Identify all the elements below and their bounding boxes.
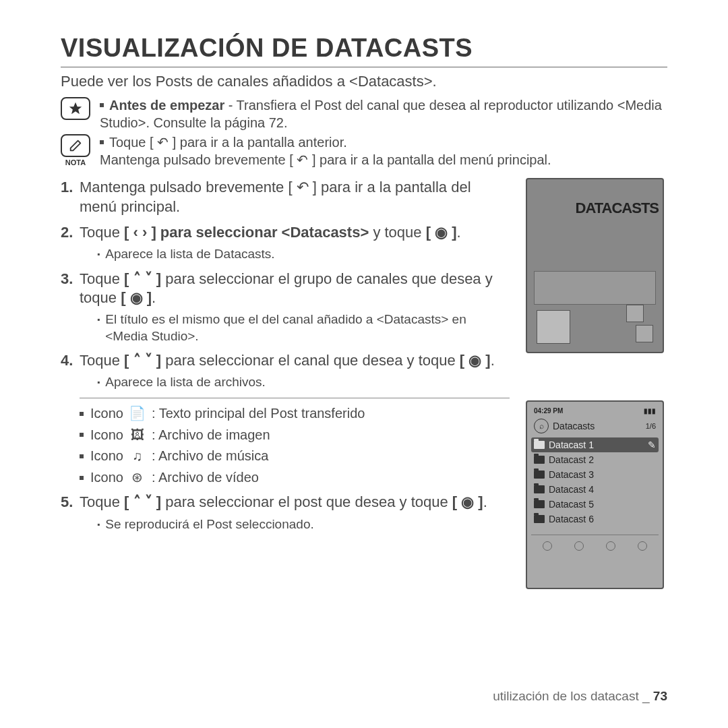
folder-icon bbox=[534, 471, 545, 479]
intro-text: Puede ver los Posts de canales añadidos … bbox=[61, 73, 667, 90]
battery-icon: ▮▮▮ bbox=[644, 407, 656, 415]
note2b: Mantenga pulsado brevemente [ ↶ ] para i… bbox=[100, 152, 551, 169]
folder-icon bbox=[534, 485, 545, 493]
list-item: Datacast 6 bbox=[531, 512, 659, 526]
folder-icon bbox=[534, 456, 545, 464]
note2a: Toque [ ↶ ] para ir a la pantalla anteri… bbox=[109, 135, 347, 150]
step-4: Toque [ ˄ ˅ ] para seleccionar el canal … bbox=[61, 351, 510, 486]
folder-icon bbox=[534, 515, 545, 523]
before-start-note: Antes de empezar - Transfiera el Post de… bbox=[61, 97, 667, 131]
step-5-sub: Se reproducirá el Post seleccionado. bbox=[97, 516, 510, 533]
step-4-sub: Aparece la lista de archivos. bbox=[97, 374, 510, 391]
folder-icon bbox=[534, 500, 545, 508]
device-banner: DATACASTS bbox=[576, 200, 659, 217]
step-3: Toque [ ˄ ˅ ] para seleccionar el grupo … bbox=[61, 270, 510, 345]
image-file-icon: 🖼 bbox=[129, 427, 146, 444]
list-item: Datacast 4 bbox=[531, 482, 659, 497]
ok-icon: [ ◉ ] bbox=[121, 289, 152, 306]
video-file-icon: ⊛ bbox=[129, 469, 146, 487]
svg-marker-0 bbox=[69, 102, 82, 114]
leftright-icon: [ ‹ › ] bbox=[124, 224, 156, 241]
tool-icon: ✎ bbox=[648, 439, 656, 450]
page-footer: utilización de los datacast _ 73 bbox=[493, 689, 667, 704]
music-file-icon: ♫ bbox=[129, 448, 146, 465]
list-item: Datacast 1✎ bbox=[531, 437, 659, 452]
updown-icon: [ ˄ ˅ ] bbox=[124, 352, 161, 369]
page-title: VISUALIZACIÓN DE DATACASTS bbox=[61, 34, 667, 67]
step-1: Mantenga pulsado brevemente [ ↶ ] para i… bbox=[61, 178, 510, 216]
updown-icon: [ ˄ ˅ ] bbox=[124, 270, 161, 287]
list-item: Datacast 2 bbox=[531, 452, 659, 467]
device-count: 1/6 bbox=[646, 422, 656, 430]
device-screenshot-menu: DATACASTS bbox=[526, 178, 664, 353]
step-3-sub: El título es el mismo que el del canal a… bbox=[97, 311, 510, 344]
device-time: 04:29 PM bbox=[534, 407, 563, 415]
step-2: Toque [ ‹ › ] para seleccionar <Datacast… bbox=[61, 223, 510, 263]
nota-label: NOTA bbox=[61, 158, 90, 166]
step-2-sub: Aparece la lista de Datacasts. bbox=[97, 246, 510, 263]
ok-icon: [ ◉ ] bbox=[452, 493, 483, 510]
ok-icon: [ ◉ ] bbox=[460, 352, 491, 369]
note1-bold: Antes de empezar bbox=[109, 98, 224, 113]
icon-legend: Icono📄: Texto principal del Post transfe… bbox=[80, 398, 510, 486]
pencil-icon bbox=[61, 134, 90, 157]
folder-icon bbox=[534, 441, 545, 449]
list-item: Datacast 5 bbox=[531, 497, 659, 512]
device-screenshot-list: 04:29 PM▮▮▮ ⌕Datacasts 1/6 Datacast 1✎ D… bbox=[526, 400, 664, 589]
device-bottom-controls bbox=[531, 535, 659, 556]
step-5: Toque [ ˄ ˅ ] para seleccionar el post q… bbox=[61, 493, 510, 533]
nota-row: NOTA Toque [ ↶ ] para ir a la pantalla a… bbox=[61, 134, 667, 169]
list-item: Datacast 3 bbox=[531, 467, 659, 482]
ok-icon: [ ◉ ] bbox=[426, 224, 457, 241]
text-file-icon: 📄 bbox=[129, 405, 146, 423]
device-list-title: Datacasts bbox=[553, 421, 595, 431]
star-icon bbox=[61, 97, 90, 120]
updown-icon: [ ˄ ˅ ] bbox=[124, 493, 161, 510]
search-icon: ⌕ bbox=[534, 419, 549, 433]
